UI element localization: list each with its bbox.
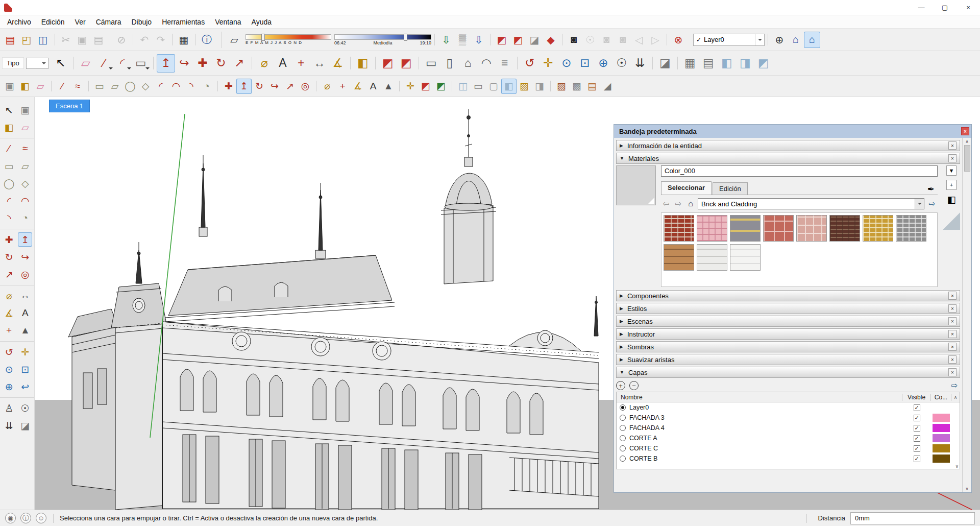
section-layers[interactable]: ▼ Capas ×	[616, 367, 960, 378]
share-model-button[interactable]: ◩	[397, 54, 415, 73]
shadow-month-slider[interactable]: E F M A M J J A S O N D	[246, 34, 331, 45]
swatch-red-brick[interactable]	[664, 215, 694, 242]
move-tool[interactable]: ✚	[2, 232, 16, 247]
collection-combobox[interactable]: Brick and Cladding	[698, 198, 924, 209]
protractor-tool[interactable]: ∡	[329, 54, 347, 73]
walk-tool[interactable]: ⇊	[2, 418, 16, 433]
section-entity-info[interactable]: ▶ Información de la entidad ×	[616, 140, 960, 151]
follow-me-tool[interactable]: ↪	[18, 250, 32, 264]
look-around-tool[interactable]: ☉	[612, 54, 631, 73]
push-pull-tool[interactable]: ↥	[18, 232, 32, 247]
swatch-gray-stone[interactable]	[730, 215, 761, 242]
style-monochrome-button[interactable]: ◨	[532, 79, 547, 94]
arc-tool[interactable]: ◜	[153, 79, 168, 94]
view-frustum-button[interactable]: ◁	[631, 32, 647, 48]
move-tool[interactable]: ✚	[193, 54, 212, 73]
perspective-view-button[interactable]: ⌂	[804, 32, 820, 48]
iso-view-button[interactable]: ⌂	[788, 32, 804, 48]
open-model-button[interactable]: ◰	[18, 32, 35, 48]
line-tool[interactable]: ∕	[2, 141, 16, 156]
swatch-pink-cobble[interactable]	[796, 215, 827, 242]
layer-row[interactable]: FACHADA 3 ✓	[617, 413, 960, 423]
swatch-white-plaster[interactable]	[730, 244, 761, 271]
freehand-tool[interactable]: ≈	[70, 79, 85, 94]
style-wireframe-button[interactable]: ▭	[471, 79, 486, 94]
rotate-tool[interactable]: ↻	[212, 54, 230, 73]
axes-tool[interactable]: +	[2, 323, 16, 338]
face-cube-back[interactable]: ◨	[736, 54, 754, 73]
display-secondary-selection-button[interactable]: ▼	[946, 165, 957, 176]
text-tool[interactable]: A	[274, 54, 292, 73]
style-xray-button[interactable]: ◫	[455, 79, 471, 94]
section-plane-tool[interactable]: ◪	[18, 418, 32, 433]
section-instructor[interactable]: ▶ Instructor ×	[616, 328, 960, 340]
line-tool[interactable]: ∕	[95, 54, 113, 73]
get-models-button[interactable]: ◩	[379, 54, 397, 73]
walk-tool[interactable]: ⇊	[631, 54, 649, 73]
section-components[interactable]: ▶ Componentes ×	[616, 290, 960, 301]
material-name-field[interactable]: Color_000	[661, 165, 938, 177]
layer-visible-checkbox[interactable]: ✓	[914, 445, 920, 452]
material-stone-button[interactable]: ▩	[569, 79, 584, 94]
close-section-button[interactable]: ×	[948, 343, 957, 351]
zoom-window-tool[interactable]: ⊡	[18, 362, 32, 376]
text-tool[interactable]: A	[18, 306, 32, 320]
paste-button[interactable]: ▤	[90, 32, 107, 48]
zoom-window-tool[interactable]: ⊡	[576, 54, 594, 73]
sandbox-contours-tool[interactable]: ▤	[699, 54, 718, 73]
look-around-tool[interactable]: ☉	[18, 401, 32, 415]
layer-radio[interactable]	[620, 445, 626, 451]
pie-tool[interactable]: ◔	[18, 211, 32, 225]
share-component-button[interactable]: ◪	[526, 32, 543, 48]
offset-tool[interactable]: ◎	[18, 267, 32, 281]
axes-tool[interactable]: +	[335, 79, 350, 94]
layer-visible-checkbox[interactable]: ✓	[914, 425, 920, 432]
forward-arrow-icon[interactable]: ⇨	[673, 199, 683, 208]
rotated-rectangle-tool[interactable]: ▱	[107, 79, 122, 94]
polygon-tool[interactable]: ◇	[18, 176, 32, 190]
menu-item[interactable]: Ventana	[210, 16, 246, 28]
section-plane-tool[interactable]: ◪	[656, 54, 674, 73]
close-section-button[interactable]: ×	[948, 154, 957, 162]
swatch-gray-brick[interactable]	[896, 215, 926, 242]
axes-tool-button[interactable]: ⊕	[771, 32, 788, 48]
wall-tool[interactable]: ▯	[440, 54, 459, 73]
dimension-tool[interactable]: ↔	[310, 54, 329, 73]
pan-tool[interactable]: ✛	[539, 54, 557, 73]
layer-row[interactable]: CORTE C ✓	[617, 443, 960, 453]
orbit-tool[interactable]: ↺	[521, 54, 539, 73]
close-section-button[interactable]: ×	[948, 317, 957, 325]
add-scene-camera-button[interactable]: ◙	[566, 32, 582, 48]
tab-seleccionar[interactable]: Seleccionar	[661, 181, 712, 195]
zoom-tool[interactable]: ⊙	[557, 54, 576, 73]
face-cube-top[interactable]: ◩	[754, 54, 773, 73]
3d-text-tool[interactable]: ▲	[18, 323, 32, 338]
paint-bucket-tool[interactable]: ◧	[2, 120, 16, 134]
layer-color-swatch[interactable]	[933, 424, 950, 432]
swatch-tan-siding[interactable]	[664, 244, 694, 271]
close-section-button[interactable]: ×	[948, 355, 957, 364]
menu-item[interactable]: Cámara	[91, 16, 127, 28]
three-point-arc-tool[interactable]: ◝	[2, 211, 16, 225]
text-tool[interactable]: A	[365, 79, 381, 94]
account-status-icon[interactable]: ☺	[36, 513, 46, 523]
previous-view-tool[interactable]: ↩	[18, 379, 32, 394]
stairs-tool[interactable]: ≡	[496, 54, 514, 73]
redo-button[interactable]: ↷	[153, 32, 169, 48]
eraser-tool[interactable]: ▱	[33, 79, 48, 94]
roof-texture-button[interactable]: ◢	[600, 79, 615, 94]
pan-tool[interactable]: ✛	[18, 345, 32, 359]
eraser-tool[interactable]: ▱	[18, 120, 32, 134]
pan-tool[interactable]: ✛	[403, 79, 418, 94]
material-brick-button[interactable]: ▨	[554, 79, 569, 94]
add-location-button[interactable]: ⇩	[438, 32, 454, 48]
two-point-arc-tool[interactable]: ◠	[168, 79, 184, 94]
section-materials[interactable]: ▼ Materiales ×	[616, 153, 960, 164]
layer-row[interactable]: CORTE B ✓	[617, 453, 960, 464]
menu-item[interactable]: Dibujo	[126, 16, 157, 28]
tray-scroll-thumb[interactable]	[964, 145, 970, 172]
push-pull-tool[interactable]: ↥	[157, 54, 175, 73]
model-viewport[interactable]: Escena 1	[35, 97, 980, 510]
extension-warehouse-button[interactable]: ◆	[543, 32, 559, 48]
tray-scrollbar[interactable]: ∧ ∨	[962, 138, 971, 492]
